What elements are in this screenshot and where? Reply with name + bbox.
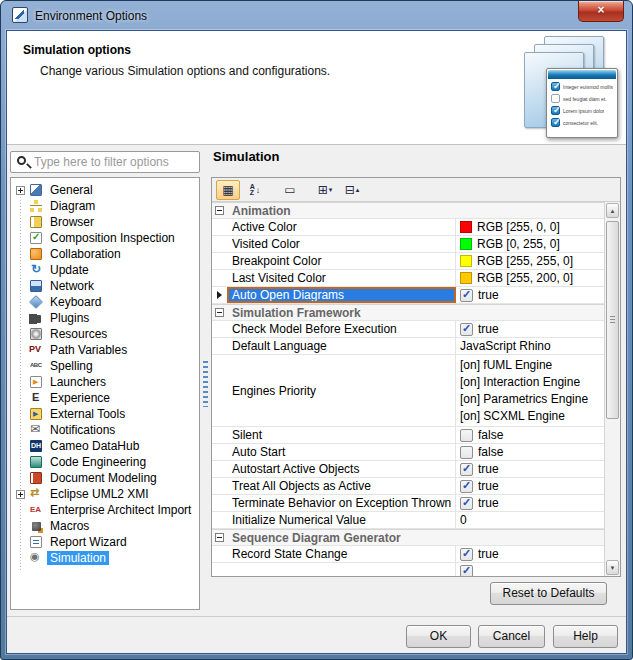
- color-swatch[interactable]: [460, 272, 472, 284]
- sidebar-item-document-modeling[interactable]: Document Modeling: [13, 470, 199, 486]
- categorized-view-icon[interactable]: ▦: [216, 180, 240, 200]
- search-icon: [17, 156, 26, 165]
- macros-icon: [28, 522, 44, 531]
- help-button[interactable]: Help: [553, 625, 618, 648]
- checkbox-checked-icon[interactable]: ✓: [460, 289, 473, 302]
- property-row-terminate-behavior-on-exception[interactable]: Terminate Behavior on Exception Thrown✓t…: [212, 495, 604, 512]
- property-row-check-model-before-execution[interactable]: Check Model Before Execution✓true: [212, 321, 604, 338]
- eclipse-uml2-xmi-icon: [28, 488, 44, 500]
- property-row-engines-priority[interactable]: Engines Priority[on] fUML Engine[on] Int…: [212, 355, 604, 427]
- scroll-down-icon[interactable]: ▼: [606, 560, 619, 575]
- sidebar-item-simulation[interactable]: Simulation: [13, 550, 199, 566]
- property-row-autostart-active-objects[interactable]: Autostart Active Objects✓true: [212, 461, 604, 478]
- collaboration-icon: [28, 248, 44, 260]
- property-row-auto-start[interactable]: Auto Startfalse: [212, 444, 604, 461]
- app-icon: [12, 7, 28, 23]
- sidebar-item-external-tools[interactable]: External Tools: [13, 406, 199, 422]
- expand-icon[interactable]: [16, 490, 25, 499]
- property-value: true: [478, 496, 499, 510]
- diagram-icon: [28, 200, 44, 212]
- color-swatch[interactable]: [460, 221, 472, 233]
- property-row-last-visited-color[interactable]: Last Visited ColorRGB [255, 200, 0]: [212, 270, 604, 287]
- sidebar-item-macros[interactable]: Macros: [13, 518, 199, 534]
- property-row-default-language[interactable]: Default LanguageJavaScript Rhino: [212, 338, 604, 355]
- checkbox-unchecked-icon[interactable]: [460, 446, 473, 459]
- color-swatch[interactable]: [460, 238, 472, 250]
- property-row-auto-open-diagrams[interactable]: Auto Open Diagrams✓true: [212, 287, 604, 304]
- header-description: Change various Simulation options and co…: [40, 64, 330, 78]
- property-row-active-color[interactable]: Active ColorRGB [255, 0, 0]: [212, 219, 604, 236]
- sidebar-item-resources[interactable]: Resources: [13, 326, 199, 342]
- external-tools-icon: [28, 408, 44, 420]
- property-row-visited-color[interactable]: Visited ColorRGB [0, 255, 0]: [212, 236, 604, 253]
- checkbox-checked-icon[interactable]: ✓: [460, 463, 473, 476]
- sidebar-item-keyboard[interactable]: Keyboard: [13, 294, 199, 310]
- reset-to-defaults-button[interactable]: Reset to Defaults: [490, 582, 607, 605]
- code-engineering-icon: [28, 456, 44, 468]
- sidebar-item-network[interactable]: Network: [13, 278, 199, 294]
- expand-icon[interactable]: [16, 186, 25, 195]
- property-value: true: [478, 479, 499, 493]
- close-icon[interactable]: [578, 1, 624, 22]
- checkbox-checked-icon[interactable]: ✓: [460, 323, 473, 336]
- filter-input[interactable]: [34, 154, 196, 170]
- properties-panel: ▦ AZ↓ ▭ ⊞▾ ⊟▴ Animation Active ColorRGB …: [211, 177, 621, 577]
- show-description-icon[interactable]: ▭: [278, 180, 302, 200]
- update-icon: [28, 264, 44, 276]
- sidebar-item-browser[interactable]: Browser: [13, 214, 199, 230]
- engine-entry: [on] Parametrics Engine: [460, 391, 588, 408]
- options-tree[interactable]: General Diagram Browser Composition Insp…: [10, 177, 200, 610]
- sidebar-item-cameo-datahub[interactable]: Cameo DataHub: [13, 438, 199, 454]
- group-row-sequence-diagram-generator[interactable]: Sequence Diagram Generator: [212, 529, 604, 546]
- sidebar-item-composition-inspection[interactable]: Composition Inspection: [13, 230, 199, 246]
- property-row-clipped[interactable]: ✓: [212, 563, 604, 576]
- sidebar-item-update[interactable]: Update: [13, 262, 199, 278]
- checkbox-checked-icon[interactable]: ✓: [460, 480, 473, 493]
- property-row-record-state-change[interactable]: Record State Change✓true: [212, 546, 604, 563]
- property-row-silent[interactable]: Silentfalse: [212, 427, 604, 444]
- collapse-group-icon[interactable]: [215, 308, 224, 317]
- sidebar-item-spelling[interactable]: Spelling: [13, 358, 199, 374]
- sort-alphabetically-icon[interactable]: AZ↓: [243, 180, 267, 200]
- property-row-initialize-numerical-value[interactable]: Initialize Numerical Value0: [212, 512, 604, 529]
- sidebar-item-notifications[interactable]: Notifications: [13, 422, 199, 438]
- sidebar-item-code-engineering[interactable]: Code Engineering: [13, 454, 199, 470]
- sidebar-item-plugins[interactable]: Plugins: [13, 310, 199, 326]
- sidebar-item-eclipse-uml2-xmi[interactable]: Eclipse UML2 XMI: [13, 486, 199, 502]
- title-bar[interactable]: Environment Options: [1, 1, 632, 30]
- sidebar-item-report-wizard[interactable]: Report Wizard: [13, 534, 199, 550]
- collapse-all-icon[interactable]: ⊟▴: [340, 180, 364, 200]
- color-swatch[interactable]: [460, 255, 472, 267]
- sidebar-item-launchers[interactable]: Launchers: [13, 374, 199, 390]
- scroll-up-icon[interactable]: ▲: [606, 203, 619, 218]
- general-icon: [28, 184, 44, 196]
- options-illustration: Integer euismod mollis sed feugiat diam …: [506, 34, 620, 142]
- checkbox-checked-icon[interactable]: ✓: [460, 548, 473, 561]
- sidebar-item-general[interactable]: General: [13, 182, 199, 198]
- collapse-group-icon[interactable]: [215, 533, 224, 542]
- sidebar-item-collaboration[interactable]: Collaboration: [13, 246, 199, 262]
- checkbox-checked-icon[interactable]: ✓: [460, 565, 473, 577]
- sidebar-item-path-variables[interactable]: Path Variables: [13, 342, 199, 358]
- group-row-simulation-framework[interactable]: Simulation Framework: [212, 304, 604, 321]
- collapse-group-icon[interactable]: [215, 206, 224, 215]
- checkbox-checked-icon[interactable]: ✓: [460, 497, 473, 510]
- sidebar-item-enterprise-architect-import[interactable]: Enterprise Architect Import: [13, 502, 199, 518]
- cancel-button[interactable]: Cancel: [478, 625, 545, 648]
- expand-all-icon[interactable]: ⊞▾: [313, 180, 337, 200]
- property-value: false: [478, 428, 503, 442]
- property-row-treat-all-objects-as-active[interactable]: Treat All Objects as Active✓true: [212, 478, 604, 495]
- panel-splitter-handle[interactable]: [203, 361, 208, 407]
- property-value: true: [478, 462, 499, 476]
- property-row-breakpoint-color[interactable]: Breakpoint ColorRGB [255, 255, 0]: [212, 253, 604, 270]
- header-banner: Simulation options Change various Simula…: [7, 31, 626, 145]
- sidebar-item-diagram[interactable]: Diagram: [13, 198, 199, 214]
- sidebar-item-experience[interactable]: Experience: [13, 390, 199, 406]
- vertical-scrollbar[interactable]: ▲ ▼: [604, 202, 620, 576]
- group-row-animation[interactable]: Animation: [212, 202, 604, 219]
- property-value: false: [478, 445, 503, 459]
- checkbox-unchecked-icon[interactable]: [460, 429, 473, 442]
- engine-entry: [on] Interaction Engine: [460, 374, 580, 391]
- ok-button[interactable]: OK: [406, 625, 471, 648]
- scrollbar-thumb[interactable]: [606, 221, 619, 419]
